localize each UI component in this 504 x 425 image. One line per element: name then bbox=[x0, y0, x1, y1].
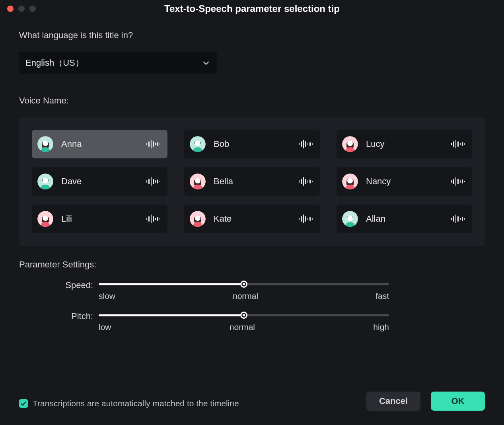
ok-button[interactable]: OK bbox=[431, 392, 485, 411]
language-selected-value: English（US） bbox=[25, 57, 84, 69]
waveform-icon[interactable] bbox=[451, 214, 465, 223]
avatar-icon bbox=[190, 136, 206, 152]
parameters-section-label: Parameter Settings: bbox=[19, 259, 485, 270]
speed-tick-mid: normal bbox=[233, 291, 258, 301]
cancel-button[interactable]: Cancel bbox=[366, 392, 420, 411]
svg-point-9 bbox=[195, 178, 200, 183]
svg-point-15 bbox=[195, 215, 200, 221]
pitch-slider-thumb[interactable] bbox=[240, 312, 247, 319]
voice-name-label: Allan bbox=[366, 214, 451, 224]
voice-card-dave[interactable]: Dave bbox=[32, 167, 167, 196]
pitch-tick-low: low bbox=[99, 322, 111, 332]
avatar-icon bbox=[37, 211, 53, 227]
svg-point-7 bbox=[43, 178, 48, 183]
pitch-tick-mid: normal bbox=[230, 322, 255, 332]
voice-name-label: Bella bbox=[214, 176, 299, 187]
waveform-icon[interactable] bbox=[146, 214, 161, 223]
maximize-button[interactable] bbox=[29, 6, 36, 12]
voice-card-kate[interactable]: Kate bbox=[184, 205, 320, 233]
voice-name-label: Nancy bbox=[366, 176, 451, 187]
voice-card-nancy[interactable]: Nancy bbox=[337, 167, 472, 196]
waveform-icon[interactable] bbox=[299, 140, 313, 148]
waveform-icon[interactable] bbox=[299, 177, 313, 186]
waveform-icon[interactable] bbox=[451, 177, 465, 186]
voice-card-anna[interactable]: Anna bbox=[32, 130, 167, 158]
avatar-icon bbox=[190, 174, 206, 189]
voice-name-label: Kate bbox=[214, 214, 299, 224]
language-prompt: What language is this title in? bbox=[19, 30, 485, 41]
svg-point-13 bbox=[43, 215, 48, 221]
voice-card-allan[interactable]: Allan bbox=[337, 205, 472, 233]
waveform-icon[interactable] bbox=[451, 140, 465, 148]
speed-slider-thumb[interactable] bbox=[240, 281, 247, 288]
avatar-icon bbox=[342, 211, 358, 227]
pitch-slider[interactable] bbox=[99, 312, 389, 318]
voice-card-bella[interactable]: Bella bbox=[184, 167, 320, 196]
voice-grid: Anna Bob Lucy Dave bbox=[19, 117, 485, 246]
svg-point-3 bbox=[195, 140, 200, 146]
svg-point-5 bbox=[347, 140, 353, 146]
waveform-icon[interactable] bbox=[299, 214, 313, 223]
voice-name-label: Lucy bbox=[366, 139, 451, 149]
avatar-icon bbox=[342, 136, 358, 152]
language-select[interactable]: English（US） bbox=[19, 52, 217, 74]
avatar-icon bbox=[190, 211, 206, 227]
svg-point-11 bbox=[347, 178, 353, 183]
pitch-label: Pitch: bbox=[19, 312, 99, 321]
auto-match-checkbox[interactable] bbox=[19, 399, 28, 408]
svg-point-1 bbox=[43, 140, 48, 146]
voice-name-label: Lili bbox=[61, 214, 146, 224]
avatar-icon bbox=[37, 136, 53, 152]
avatar-icon bbox=[37, 174, 53, 189]
voice-name-label: Dave bbox=[61, 176, 146, 187]
voice-card-bob[interactable]: Bob bbox=[184, 130, 320, 158]
chevron-down-icon bbox=[203, 60, 209, 66]
minimize-button[interactable] bbox=[18, 6, 25, 12]
check-icon bbox=[21, 401, 26, 406]
close-button[interactable] bbox=[7, 6, 14, 12]
avatar-icon bbox=[342, 174, 358, 189]
speed-tick-low: slow bbox=[99, 291, 115, 301]
auto-match-label: Transcriptions are automatically matched… bbox=[33, 399, 239, 408]
waveform-icon[interactable] bbox=[146, 140, 161, 148]
voice-section-label: Voice Name: bbox=[19, 96, 485, 106]
pitch-tick-high: high bbox=[373, 322, 389, 332]
voice-card-lili[interactable]: Lili bbox=[32, 205, 167, 233]
voice-name-label: Bob bbox=[214, 139, 299, 149]
voice-name-label: Anna bbox=[61, 139, 146, 149]
window-title: Text-to-Speech parameter selection tip bbox=[0, 3, 504, 14]
waveform-icon[interactable] bbox=[146, 177, 161, 186]
voice-card-lucy[interactable]: Lucy bbox=[337, 130, 472, 158]
speed-label: Speed: bbox=[19, 281, 99, 290]
speed-slider[interactable] bbox=[99, 281, 389, 287]
speed-tick-high: fast bbox=[376, 291, 389, 301]
svg-point-17 bbox=[347, 215, 353, 221]
